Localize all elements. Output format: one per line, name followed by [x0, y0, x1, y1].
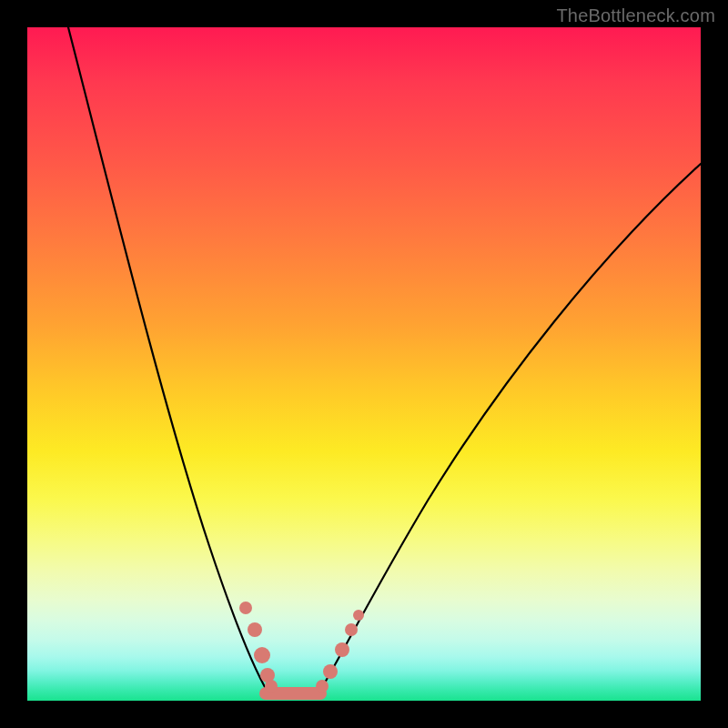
anchor-dot [345, 623, 358, 636]
anchor-dot [248, 622, 262, 637]
watermark-text: TheBottleneck.com [556, 5, 715, 26]
anchor-dot [335, 642, 349, 657]
curve-svg [27, 27, 701, 701]
chart-frame [27, 27, 701, 701]
anchor-dot [239, 602, 252, 614]
anchor-dot [254, 647, 270, 663]
anchor-dot [323, 664, 338, 679]
left-curve [68, 27, 268, 693]
anchor-dot [265, 680, 278, 693]
anchor-dot [316, 680, 329, 693]
anchor-group [239, 602, 364, 693]
right-curve [318, 164, 701, 693]
anchor-dot [353, 610, 364, 621]
